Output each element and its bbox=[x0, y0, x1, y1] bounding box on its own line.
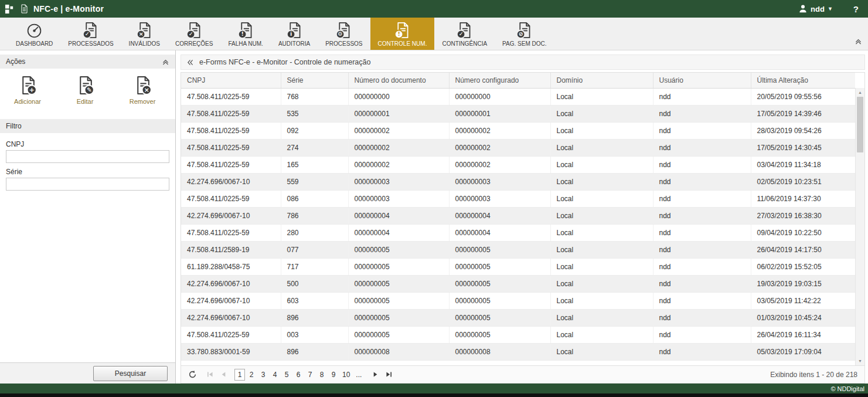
table-row[interactable]: 61.189.288/0458-75717000000005000000005L… bbox=[181, 258, 855, 275]
table-row[interactable]: 42.274.696/0067-10500000000005000000005L… bbox=[181, 275, 855, 292]
vertical-scrollbar[interactable]: ▲ ▼ bbox=[855, 88, 864, 365]
cell-serie: 559 bbox=[281, 173, 348, 190]
cell-dominio: Local bbox=[550, 122, 653, 139]
table-row[interactable]: 47.508.411/2589-19077000000005000000005L… bbox=[181, 241, 855, 258]
scroll-up-icon[interactable]: ▲ bbox=[856, 88, 864, 97]
search-button[interactable]: Pesquisar bbox=[93, 366, 168, 381]
toolbar-item-label: CONTINGÊNCIA bbox=[442, 40, 487, 47]
toolbar-item-dashboard[interactable]: DASHBOARD bbox=[8, 18, 60, 50]
toolbar-item-invalidos[interactable]: ×INVÁLIDOS bbox=[121, 18, 168, 50]
first-page-icon[interactable] bbox=[204, 369, 216, 381]
cell-ultima-alteracao: 20/05/2019 09:55:56 bbox=[751, 88, 855, 105]
help-icon[interactable]: ? bbox=[853, 4, 859, 14]
toolbar-item-controle-num[interactable]: !CONTROLE NUM. bbox=[370, 18, 435, 50]
cell-numero-configurado: 000000005 bbox=[449, 275, 550, 292]
cell-numero-configurado: 000000008 bbox=[449, 343, 550, 360]
svg-text:×: × bbox=[144, 86, 149, 94]
column-header-ultima-alteracao[interactable]: Última Alteração bbox=[751, 73, 855, 88]
page-button-7[interactable]: 7 bbox=[305, 369, 315, 381]
toolbar-item-label: PROCESSOS bbox=[325, 40, 362, 47]
cell-numero-configurado: 000000005 bbox=[449, 309, 550, 326]
serie-input[interactable] bbox=[6, 178, 169, 191]
breadcrumb-collapse-icon[interactable] bbox=[186, 59, 194, 66]
action-editar[interactable]: ✎Editar bbox=[67, 76, 103, 105]
user-menu-caret-icon[interactable]: ▼ bbox=[828, 6, 833, 12]
table-row[interactable]: 42.274.696/0067-10896000000005000000005L… bbox=[181, 309, 855, 326]
cell-numero-do-documento: 000000005 bbox=[348, 258, 449, 275]
column-header-dominio[interactable]: Domínio bbox=[550, 73, 653, 88]
page-button-5[interactable]: 5 bbox=[281, 369, 292, 381]
table-header-row: CNPJSérieNúmero do documentoNúmero confi… bbox=[181, 73, 855, 88]
toolbar-item-processos[interactable]: ⚙PROCESSOS bbox=[318, 18, 370, 50]
table-row[interactable]: 47.508.411/0225-59280000000004000000004L… bbox=[181, 224, 855, 241]
pagination-bar: 12345678910... Exibindo itens 1 - 20 de … bbox=[181, 365, 864, 383]
table-row[interactable]: 47.508.411/0225-59768000000000000000000L… bbox=[181, 88, 855, 105]
table-row[interactable]: 47.508.411/0225-59092000000002000000002L… bbox=[181, 122, 855, 139]
column-header-serie[interactable]: Série bbox=[281, 73, 348, 88]
filter-panel-header: Filtro bbox=[0, 119, 175, 133]
cell-numero-configurado: 000000004 bbox=[449, 224, 550, 241]
page-button-2[interactable]: 2 bbox=[246, 369, 257, 381]
last-page-icon[interactable] bbox=[383, 369, 394, 381]
cell-numero-do-documento: 000000004 bbox=[348, 224, 449, 241]
toolbar-collapse-icon[interactable] bbox=[855, 38, 862, 45]
table-row[interactable]: 42.274.696/0067-10559000000003000000003L… bbox=[181, 173, 855, 190]
bottom-strip bbox=[0, 393, 868, 397]
document-controlnum-icon: ! bbox=[394, 22, 411, 39]
refresh-icon[interactable] bbox=[186, 368, 199, 381]
action-label: Remover bbox=[130, 98, 156, 105]
scrollbar-thumb[interactable] bbox=[857, 97, 863, 152]
page-button-3[interactable]: 3 bbox=[258, 369, 268, 381]
page-button-8[interactable]: 8 bbox=[316, 369, 327, 381]
cell-numero-do-documento: 000000005 bbox=[348, 292, 449, 309]
svg-text:!: ! bbox=[241, 30, 243, 37]
cell-ultima-alteracao: 19/03/2019 19:03:15 bbox=[751, 275, 855, 292]
actions-collapse-icon[interactable] bbox=[162, 58, 169, 66]
toolbar-item-processados[interactable]: ✓PROCESSADOS bbox=[60, 18, 121, 50]
cell-numero-configurado: 000000003 bbox=[449, 173, 550, 190]
document-remove-icon: × bbox=[133, 76, 152, 95]
cell-numero-configurado: 000000003 bbox=[449, 190, 550, 207]
action-adicionar[interactable]: +Adicionar bbox=[9, 76, 46, 105]
top-header: NFC-e | e-Monitor ndd ▼ ? bbox=[0, 0, 868, 18]
table-row[interactable]: 47.508.411/0225-59003000000005000000005L… bbox=[181, 326, 855, 343]
column-header-usuario[interactable]: Usuário bbox=[653, 73, 751, 88]
table-row[interactable]: 47.508.411/0225-59086000000003000000003L… bbox=[181, 190, 855, 207]
page-button-10[interactable]: 10 bbox=[340, 369, 352, 381]
svg-text:×: × bbox=[138, 30, 143, 37]
table-row[interactable]: 47.508.411/0225-59535000000001000000001L… bbox=[181, 105, 855, 122]
action-remover[interactable]: ×Remover bbox=[124, 76, 161, 105]
page-ellipsis[interactable]: ... bbox=[353, 369, 364, 381]
breadcrumb: e-Forms NFC-e - e-Monitor - Controle de … bbox=[181, 55, 865, 70]
cnpj-input[interactable] bbox=[6, 150, 169, 163]
page-button-1[interactable]: 1 bbox=[234, 369, 245, 381]
page-button-6[interactable]: 6 bbox=[293, 369, 304, 381]
cell-usuario: ndd bbox=[653, 105, 751, 122]
column-header-numero-do-documento[interactable]: Número do documento bbox=[348, 73, 449, 88]
toolbar-item-contingencia[interactable]: ✓CONTINGÊNCIA bbox=[434, 18, 495, 50]
user-name[interactable]: ndd bbox=[811, 5, 825, 13]
toolbar-item-pag-sem-doc[interactable]: ⊘PAG. SEM DOC. bbox=[495, 18, 554, 50]
table-row[interactable]: 33.780.883/0001-59896000000008000000008L… bbox=[181, 343, 855, 360]
column-header-cnpj[interactable]: CNPJ bbox=[181, 73, 281, 88]
cell-ultima-alteracao: 26/04/2019 16:11:34 bbox=[751, 326, 855, 343]
cell-ultima-alteracao: 11/06/2019 14:37:30 bbox=[751, 190, 855, 207]
page-button-9[interactable]: 9 bbox=[328, 369, 339, 381]
cell-serie: 768 bbox=[281, 88, 348, 105]
table-row[interactable]: 47.508.411/0225-59274000000002000000002L… bbox=[181, 139, 855, 156]
previous-page-icon[interactable] bbox=[217, 369, 229, 381]
table-row[interactable]: 47.508.411/0225-59165000000002000000002L… bbox=[181, 156, 855, 173]
toolbar-item-auditoria[interactable]: iAUDITORIA bbox=[271, 18, 318, 50]
table-row[interactable]: 42.274.696/0067-10786000000004000000004L… bbox=[181, 207, 855, 224]
table-row[interactable]: 42.274.696/0067-10603000000005000000005L… bbox=[181, 292, 855, 309]
cell-dominio: Local bbox=[550, 258, 653, 275]
actions-group: +Adicionar✎Editar×Remover bbox=[0, 69, 175, 111]
next-page-icon[interactable] bbox=[369, 369, 381, 381]
cell-numero-configurado: 000000000 bbox=[449, 88, 550, 105]
page-button-4[interactable]: 4 bbox=[270, 369, 280, 381]
scroll-down-icon[interactable]: ▼ bbox=[856, 357, 864, 365]
toolbar-item-falha-num[interactable]: !FALHA NUM. bbox=[220, 18, 270, 50]
column-header-numero-configurado[interactable]: Número configurado bbox=[449, 73, 550, 88]
cell-usuario: ndd bbox=[653, 207, 751, 224]
toolbar-item-correcoes[interactable]: ✓CORREÇÕES bbox=[168, 18, 220, 50]
